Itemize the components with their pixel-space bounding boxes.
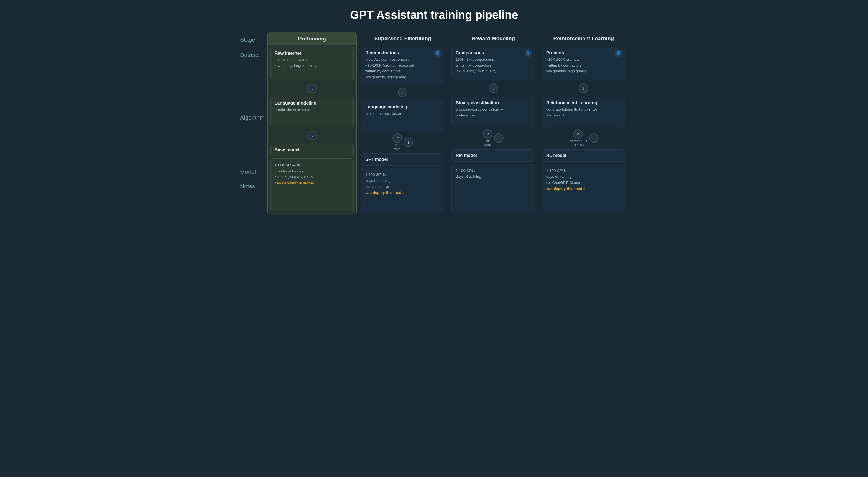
left-arrow-circle-supervised-finetuning: ↗ <box>393 133 402 143</box>
labels-column: Stage Dataset Algorithm Model Notes <box>240 32 268 215</box>
dataset-text-supervised-finetuning: Ideal Assistant responses, ~10-100K (pro… <box>365 57 440 80</box>
init-arrow-group-supervised-finetuning: ↗ init from <box>393 133 402 151</box>
model-section-reward-modeling: RM model <box>449 148 537 163</box>
down-arrow-circle-1-pretraining: ↓ <box>307 84 317 93</box>
stage-title-supervised-finetuning: Supervised Finetuning <box>362 35 444 41</box>
notes-label: Notes <box>240 179 268 215</box>
notes-text-supervised-finetuning: 1-100 GPUs days of training ex: Vicuna-1… <box>365 172 440 196</box>
algorithm-label: Algorithm <box>240 110 268 149</box>
stage-title-pretraining: Pretraining <box>271 36 353 42</box>
arrow-down-dataset-pretraining: ↓ <box>268 81 356 96</box>
model-card-reinforcement-learning: RL model <box>542 149 625 162</box>
arrow-row-model-pretraining: ↓ <box>268 128 356 143</box>
notes-highlight-reinforcement-learning: can deploy this model <box>546 187 586 191</box>
algorithm-title-pretraining: Language modeling <box>275 101 349 106</box>
init-arrow-group-reward-modeling: ↗ init from <box>483 129 493 147</box>
stage-col-reward-modeling: Reward Modeling 👤 Comparisons 100K–1M co… <box>449 32 537 215</box>
dataset-title-supervised-finetuning: Demonstrations <box>365 51 440 56</box>
model-card-supervised-finetuning: SFT model <box>361 153 444 166</box>
notes-text-reward-modeling: 1-100 GPUs days of training <box>456 168 530 180</box>
pipeline-wrapper: Stage Dataset Algorithm Model Notes Pret… <box>240 32 628 215</box>
algorithm-title-supervised-finetuning: Language modeling <box>365 105 440 110</box>
notes-highlight-pretraining: can deploy this model <box>275 181 314 185</box>
algorithm-section-reinforcement-learning: Reinforcement Learning generate tokens t… <box>539 95 628 128</box>
arrow-down-dataset-reward-modeling: ↓ <box>449 81 537 95</box>
init-arrow-group-reinforcement-learning: ↗ init from SFT use RM <box>569 129 588 147</box>
model-label: Model <box>240 165 268 179</box>
notes-card-pretraining: 1000s of GPUs months of training ex: GPT… <box>271 158 353 212</box>
dataset-section-pretraining: Raw internet text trillions of words low… <box>268 45 356 81</box>
algorithm-text-reinforcement-learning: generate tokens that maximize the reward <box>546 107 621 118</box>
notes-highlight-supervised-finetuning: can deploy this model <box>365 190 405 195</box>
down-arrow-circle-2-pretraining: ↓ <box>307 131 317 140</box>
algorithm-card-pretraining: Language modeling predict the next token <box>271 97 353 127</box>
page-title: GPT Assistant training pipeline <box>11 8 857 22</box>
model-name-pretraining: Base model <box>275 148 349 152</box>
dataset-label: Dataset <box>240 48 268 95</box>
notes-text-pretraining: 1000s of GPUs months of training ex: GPT… <box>275 162 349 186</box>
algorithm-text-reward-modeling: predict rewards consistent w preferences <box>456 107 530 118</box>
algorithm-title-reward-modeling: Binary classification <box>456 100 530 106</box>
dataset-section-reward-modeling: 👤 Comparisons 100K–1M comparisons writte… <box>449 45 537 81</box>
dataset-card-reinforcement-learning: 👤 Prompts ~10K-100K prompts written by c… <box>542 47 625 80</box>
arrow-row-model-supervised-finetuning: ↗ init from ↓ <box>358 132 447 152</box>
dataset-section-reinforcement-learning: 👤 Prompts ~10K-100K prompts written by c… <box>539 45 628 81</box>
stage-header-reward-modeling: Reward Modeling <box>449 32 537 45</box>
notes-card-reinforcement-learning: 1-100 GPUs days of training ex: ChatGPT,… <box>542 164 625 212</box>
stage-col-supervised-finetuning: Supervised Finetuning 👤 Demonstrations I… <box>358 32 447 215</box>
notes-text-reinforcement-learning: 1-100 GPUs days of training ex: ChatGPT,… <box>546 168 621 191</box>
stage-label: Stage <box>240 32 268 48</box>
dataset-text-reward-modeling: 100K–1M comparisons written by contracto… <box>456 57 530 74</box>
model-name-reinforcement-learning: RL model <box>546 153 621 158</box>
init-label-reinforcement-learning: init from SFT use RM <box>569 139 588 147</box>
model-card-pretraining: Base model <box>271 144 353 156</box>
right-arrow-circle-supervised-finetuning: ↓ <box>404 138 413 147</box>
right-arrow-circle-reinforcement-learning: ↓ <box>589 133 599 143</box>
arrow-down-dataset-reinforcement-learning: ↓ <box>539 81 628 95</box>
down-arrow-circle-1-supervised-finetuning: ↓ <box>398 88 407 97</box>
dataset-section-supervised-finetuning: 👤 Demonstrations Ideal Assistant respons… <box>358 45 447 85</box>
left-arrow-circle-reinforcement-learning: ↗ <box>574 129 583 139</box>
algorithm-card-supervised-finetuning: Language modeling predict the next token <box>361 101 444 131</box>
stage-header-supervised-finetuning: Supervised Finetuning <box>358 32 447 45</box>
stages-area: Pretraining Raw internet text trillions … <box>268 32 628 215</box>
left-arrow-circle-reward-modeling: ↗ <box>483 129 493 139</box>
model-section-pretraining: Base model <box>268 143 356 157</box>
init-label-reward-modeling: init from <box>485 139 491 147</box>
notes-section-supervised-finetuning: 1-100 GPUs days of training ex: Vicuna-1… <box>358 167 447 215</box>
dataset-title-pretraining: Raw internet <box>275 51 349 56</box>
algorithm-arrow-label <box>240 95 268 110</box>
arrow-row-model-reward-modeling: ↗ init from ↓ <box>449 128 537 148</box>
stage-col-pretraining: Pretraining Raw internet text trillions … <box>268 32 357 215</box>
model-section-reinforcement-learning: RL model <box>539 148 628 163</box>
notes-section-reward-modeling: 1-100 GPUs days of training <box>449 163 537 215</box>
dataset-title-reinforcement-learning: Prompts <box>546 51 621 56</box>
dataset-card-reward-modeling: 👤 Comparisons 100K–1M comparisons writte… <box>452 47 535 80</box>
arrow-down-dataset-supervised-finetuning: ↓ <box>358 85 447 99</box>
algorithm-section-supervised-finetuning: Language modeling predict the next token <box>358 99 447 132</box>
algorithm-section-reward-modeling: Binary classification predict rewards co… <box>449 95 537 128</box>
model-section-supervised-finetuning: SFT model <box>358 152 447 167</box>
dataset-text-reinforcement-learning: ~10K-100K prompts written by contractors… <box>546 57 621 74</box>
algorithm-text-pretraining: predict the next token <box>275 107 349 113</box>
down-arrow-circle-1-reward-modeling: ↓ <box>489 84 498 93</box>
model-name-supervised-finetuning: SFT model <box>365 157 440 162</box>
model-name-reward-modeling: RM model <box>456 153 530 158</box>
dataset-text-pretraining: text trillions of words low-quality, lar… <box>275 57 349 69</box>
init-label-supervised-finetuning: init from <box>394 143 400 151</box>
person-icon: 👤 <box>434 50 441 57</box>
algorithm-card-reward-modeling: Binary classification predict rewards co… <box>452 96 535 127</box>
dataset-card-supervised-finetuning: 👤 Demonstrations Ideal Assistant respons… <box>361 47 444 84</box>
algorithm-section-pretraining: Language modeling predict the next token <box>268 96 356 128</box>
person-icon: 👤 <box>615 50 622 57</box>
stage-title-reward-modeling: Reward Modeling <box>452 35 534 41</box>
dataset-card-pretraining: Raw internet text trillions of words low… <box>271 47 353 80</box>
notes-section-reinforcement-learning: 1-100 GPUs days of training ex: ChatGPT,… <box>539 163 628 215</box>
arrow-row-model-reinforcement-learning: ↗ init from SFT use RM ↓ <box>539 128 628 148</box>
algorithm-card-reinforcement-learning: Reinforcement Learning generate tokens t… <box>542 96 625 127</box>
algorithm-text-supervised-finetuning: predict the next token <box>365 111 440 117</box>
algorithm-title-reinforcement-learning: Reinforcement Learning <box>546 100 621 106</box>
model-card-reward-modeling: RM model <box>452 149 535 162</box>
dataset-title-reward-modeling: Comparisons <box>456 51 530 56</box>
notes-card-supervised-finetuning: 1-100 GPUs days of training ex: Vicuna-1… <box>361 168 444 212</box>
